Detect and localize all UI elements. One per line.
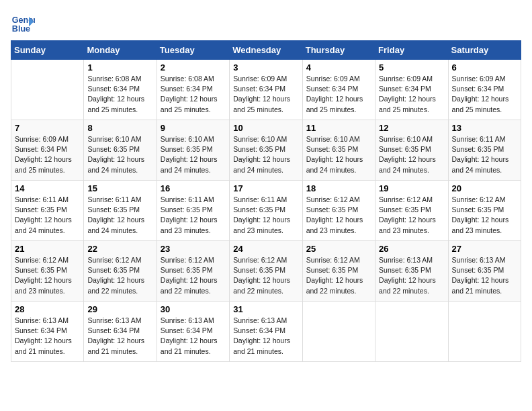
col-wednesday: Wednesday (230, 41, 302, 60)
calendar-cell: 20Sunrise: 6:12 AM Sunset: 6:35 PM Dayli… (448, 181, 521, 241)
calendar-cell: 24Sunrise: 6:12 AM Sunset: 6:35 PM Dayli… (230, 241, 302, 302)
day-info: Sunrise: 6:09 AM Sunset: 6:34 PM Dayligh… (379, 74, 444, 115)
calendar-cell: 23Sunrise: 6:12 AM Sunset: 6:35 PM Dayli… (157, 241, 229, 302)
day-number: 27 (452, 244, 517, 254)
day-number: 25 (306, 244, 371, 254)
calendar-cell (448, 302, 521, 362)
day-info: Sunrise: 6:12 AM Sunset: 6:35 PM Dayligh… (379, 195, 444, 236)
day-info: Sunrise: 6:10 AM Sunset: 6:35 PM Dayligh… (233, 134, 298, 175)
day-number: 2 (161, 62, 226, 73)
day-number: 4 (306, 62, 371, 73)
day-info: Sunrise: 6:13 AM Sunset: 6:34 PM Dayligh… (161, 316, 226, 357)
day-number: 26 (379, 244, 444, 254)
calendar-cell: 5Sunrise: 6:09 AM Sunset: 6:34 PM Daylig… (375, 60, 448, 120)
calendar-cell: 11Sunrise: 6:10 AM Sunset: 6:35 PM Dayli… (302, 120, 375, 181)
calendar-cell: 14Sunrise: 6:11 AM Sunset: 6:35 PM Dayli… (11, 181, 84, 241)
page-header: General Blue (11, 11, 521, 35)
calendar-week-row: 28Sunrise: 6:13 AM Sunset: 6:34 PM Dayli… (11, 302, 521, 362)
day-number: 11 (306, 123, 371, 133)
calendar-cell: 21Sunrise: 6:12 AM Sunset: 6:35 PM Dayli… (11, 241, 84, 302)
calendar-cell: 30Sunrise: 6:13 AM Sunset: 6:34 PM Dayli… (157, 302, 229, 362)
calendar-cell: 19Sunrise: 6:12 AM Sunset: 6:35 PM Dayli… (375, 181, 448, 241)
calendar-cell: 31Sunrise: 6:13 AM Sunset: 6:34 PM Dayli… (230, 302, 302, 362)
calendar-cell: 2Sunrise: 6:08 AM Sunset: 6:34 PM Daylig… (157, 60, 229, 120)
calendar-body: 1Sunrise: 6:08 AM Sunset: 6:34 PM Daylig… (11, 60, 521, 362)
day-info: Sunrise: 6:10 AM Sunset: 6:35 PM Dayligh… (306, 134, 371, 175)
day-number: 12 (379, 123, 444, 133)
day-info: Sunrise: 6:08 AM Sunset: 6:34 PM Dayligh… (87, 74, 152, 115)
col-friday: Friday (375, 41, 448, 60)
day-info: Sunrise: 6:13 AM Sunset: 6:35 PM Dayligh… (452, 255, 517, 296)
day-info: Sunrise: 6:12 AM Sunset: 6:35 PM Dayligh… (87, 255, 152, 296)
day-number: 18 (306, 183, 371, 193)
calendar-cell: 18Sunrise: 6:12 AM Sunset: 6:35 PM Dayli… (302, 181, 375, 241)
svg-text:Blue: Blue (12, 24, 30, 34)
calendar-cell (302, 302, 375, 362)
calendar-week-row: 1Sunrise: 6:08 AM Sunset: 6:34 PM Daylig… (11, 60, 521, 120)
calendar-week-row: 21Sunrise: 6:12 AM Sunset: 6:35 PM Dayli… (11, 241, 521, 302)
col-saturday: Saturday (448, 41, 521, 60)
day-number: 16 (161, 183, 226, 193)
day-number: 7 (15, 123, 80, 133)
day-info: Sunrise: 6:11 AM Sunset: 6:35 PM Dayligh… (233, 195, 298, 236)
day-number: 9 (161, 123, 226, 133)
day-info: Sunrise: 6:11 AM Sunset: 6:35 PM Dayligh… (452, 134, 517, 175)
day-number: 3 (233, 62, 298, 73)
calendar-cell: 13Sunrise: 6:11 AM Sunset: 6:35 PM Dayli… (448, 120, 521, 181)
day-info: Sunrise: 6:11 AM Sunset: 6:35 PM Dayligh… (87, 195, 152, 236)
header-row: Sunday Monday Tuesday Wednesday Thursday… (11, 41, 521, 60)
day-number: 14 (15, 183, 80, 193)
day-number: 8 (87, 123, 152, 133)
day-number: 17 (233, 183, 298, 193)
day-info: Sunrise: 6:09 AM Sunset: 6:34 PM Dayligh… (452, 74, 517, 115)
calendar-header: Sunday Monday Tuesday Wednesday Thursday… (11, 41, 521, 60)
day-info: Sunrise: 6:09 AM Sunset: 6:34 PM Dayligh… (15, 134, 80, 175)
calendar-cell: 27Sunrise: 6:13 AM Sunset: 6:35 PM Dayli… (448, 241, 521, 302)
day-info: Sunrise: 6:11 AM Sunset: 6:35 PM Dayligh… (161, 195, 226, 236)
calendar-cell: 25Sunrise: 6:12 AM Sunset: 6:35 PM Dayli… (302, 241, 375, 302)
day-number: 19 (379, 183, 444, 193)
day-info: Sunrise: 6:10 AM Sunset: 6:35 PM Dayligh… (87, 134, 152, 175)
calendar-week-row: 14Sunrise: 6:11 AM Sunset: 6:35 PM Dayli… (11, 181, 521, 241)
day-info: Sunrise: 6:13 AM Sunset: 6:34 PM Dayligh… (233, 316, 298, 357)
day-number: 20 (452, 183, 517, 193)
day-info: Sunrise: 6:12 AM Sunset: 6:35 PM Dayligh… (452, 195, 517, 236)
calendar-cell (375, 302, 448, 362)
day-info: Sunrise: 6:13 AM Sunset: 6:35 PM Dayligh… (379, 255, 444, 296)
day-number: 1 (87, 62, 152, 73)
day-number: 24 (233, 244, 298, 254)
calendar-cell: 28Sunrise: 6:13 AM Sunset: 6:34 PM Dayli… (11, 302, 84, 362)
day-info: Sunrise: 6:12 AM Sunset: 6:35 PM Dayligh… (161, 255, 226, 296)
calendar-cell: 29Sunrise: 6:13 AM Sunset: 6:34 PM Dayli… (84, 302, 157, 362)
calendar-cell: 22Sunrise: 6:12 AM Sunset: 6:35 PM Dayli… (84, 241, 157, 302)
calendar-cell: 10Sunrise: 6:10 AM Sunset: 6:35 PM Dayli… (230, 120, 302, 181)
calendar-cell: 1Sunrise: 6:08 AM Sunset: 6:34 PM Daylig… (84, 60, 157, 120)
calendar-week-row: 7Sunrise: 6:09 AM Sunset: 6:34 PM Daylig… (11, 120, 521, 181)
calendar-cell: 12Sunrise: 6:10 AM Sunset: 6:35 PM Dayli… (375, 120, 448, 181)
calendar-cell (11, 60, 84, 120)
day-info: Sunrise: 6:12 AM Sunset: 6:35 PM Dayligh… (15, 255, 80, 296)
day-info: Sunrise: 6:10 AM Sunset: 6:35 PM Dayligh… (161, 134, 226, 175)
day-number: 13 (452, 123, 517, 133)
day-number: 5 (379, 62, 444, 73)
calendar-table: Sunday Monday Tuesday Wednesday Thursday… (11, 40, 521, 362)
calendar-cell: 17Sunrise: 6:11 AM Sunset: 6:35 PM Dayli… (230, 181, 302, 241)
day-number: 15 (87, 183, 152, 193)
day-number: 29 (87, 304, 152, 314)
calendar-cell: 4Sunrise: 6:09 AM Sunset: 6:34 PM Daylig… (302, 60, 375, 120)
calendar-cell: 6Sunrise: 6:09 AM Sunset: 6:34 PM Daylig… (448, 60, 521, 120)
day-info: Sunrise: 6:09 AM Sunset: 6:34 PM Dayligh… (306, 74, 371, 115)
calendar-cell: 9Sunrise: 6:10 AM Sunset: 6:35 PM Daylig… (157, 120, 229, 181)
calendar-cell: 8Sunrise: 6:10 AM Sunset: 6:35 PM Daylig… (84, 120, 157, 181)
day-info: Sunrise: 6:10 AM Sunset: 6:35 PM Dayligh… (379, 134, 444, 175)
day-number: 21 (15, 244, 80, 254)
day-info: Sunrise: 6:13 AM Sunset: 6:34 PM Dayligh… (15, 316, 80, 357)
day-number: 6 (452, 62, 517, 73)
col-tuesday: Tuesday (157, 41, 229, 60)
day-info: Sunrise: 6:08 AM Sunset: 6:34 PM Dayligh… (161, 74, 226, 115)
day-info: Sunrise: 6:12 AM Sunset: 6:35 PM Dayligh… (233, 255, 298, 296)
col-sunday: Sunday (11, 41, 84, 60)
day-number: 28 (15, 304, 80, 314)
day-number: 23 (161, 244, 226, 254)
calendar-cell: 26Sunrise: 6:13 AM Sunset: 6:35 PM Dayli… (375, 241, 448, 302)
